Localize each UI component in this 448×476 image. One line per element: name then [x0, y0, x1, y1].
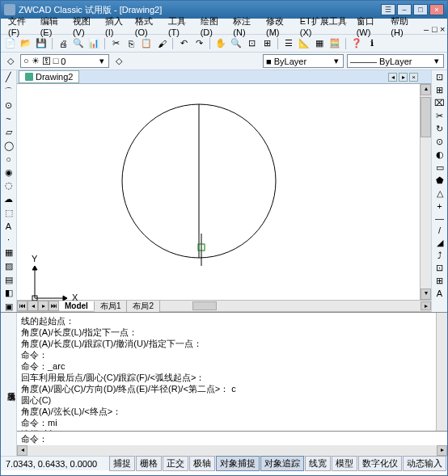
draw-tool-13[interactable]: ▦ — [2, 247, 15, 259]
scroll-thumb[interactable] — [421, 97, 431, 137]
tab-model[interactable]: Model — [59, 301, 95, 310]
copy-icon[interactable]: ⎘ — [125, 37, 137, 50]
modify-tool-17[interactable]: A — [437, 289, 442, 298]
status-数字化仪[interactable]: 数字化仪 — [358, 456, 402, 471]
tab-last-icon[interactable]: ⏭ — [49, 301, 59, 311]
hscroll-thumb[interactable] — [192, 301, 217, 310]
modify-tool-4[interactable]: ↻ — [436, 124, 443, 134]
status-栅格[interactable]: 栅格 — [136, 456, 162, 471]
draw-tool-10[interactable]: ⬚ — [2, 207, 15, 218]
open-icon[interactable]: 📂 — [19, 37, 32, 50]
status-对象捕捉[interactable]: 对象捕捉 — [216, 456, 260, 471]
modify-tool-12[interactable]: / — [438, 225, 441, 235]
hlp2-icon[interactable]: ℹ — [366, 37, 378, 50]
tab-layout1[interactable]: 布局1 — [95, 301, 128, 312]
paste-icon[interactable]: 📋 — [140, 37, 153, 50]
status-捕捉[interactable]: 捕捉 — [109, 456, 135, 471]
menu-modify[interactable]: 修改(M) — [262, 14, 296, 39]
cmd-side-label[interactable]: 显示选项 — [1, 313, 17, 456]
menu-dim[interactable]: 标注(N) — [229, 14, 262, 39]
modify-tool-0[interactable]: ⊡ — [436, 72, 443, 82]
undo-icon[interactable]: ↶ — [177, 37, 190, 50]
status-动态输入[interactable]: 动态输入 — [403, 456, 446, 471]
draw-tool-7[interactable]: ◉ — [2, 167, 15, 179]
zoome-icon[interactable]: ⊞ — [260, 37, 273, 50]
cut-icon[interactable]: ✂ — [109, 37, 122, 50]
coordinates[interactable]: 7.0343, 0.6433, 0.0000 — [1, 459, 109, 469]
draw-tool-9[interactable]: ☁ — [2, 194, 15, 205]
modify-tool-1[interactable]: ⊞ — [436, 85, 443, 95]
dim-icon[interactable]: 📐 — [298, 37, 311, 50]
menu-et[interactable]: ET扩展工具(X) — [296, 14, 353, 39]
hscroll-right-icon[interactable]: ▸ — [437, 445, 447, 456]
draw-tool-0[interactable]: ╱ — [2, 72, 15, 83]
hscroll-left-icon[interactable]: ◂ — [17, 445, 27, 456]
match-icon[interactable]: 🖌 — [155, 37, 168, 50]
menu-tools[interactable]: 工具(T) — [164, 14, 197, 39]
layer-selector[interactable]: ○ ☀ ⚿ □ 0 ▾ — [20, 54, 109, 68]
linetype-selector[interactable]: ——— ByLayer ▾ — [347, 54, 444, 68]
tab-layout2[interactable]: 布局2 — [127, 301, 160, 312]
mdi-close-icon[interactable]: × — [436, 23, 444, 31]
status-正交[interactable]: 正交 — [163, 456, 188, 471]
modify-tool-8[interactable]: ⬟ — [436, 175, 444, 186]
print-icon[interactable]: 🖨 — [57, 37, 70, 50]
draw-tool-3[interactable]: ~ — [2, 113, 15, 124]
modify-tool-15[interactable]: ⊡ — [436, 263, 443, 273]
modify-tool-5[interactable]: ⊙ — [436, 137, 443, 147]
draw-tool-11[interactable]: A — [2, 221, 15, 232]
close-button[interactable]: × — [429, 4, 444, 15]
draw-tool-1[interactable]: ⌒ — [2, 86, 15, 98]
mdi-max-icon[interactable]: □ — [428, 23, 436, 31]
menu-format[interactable]: 格式(O) — [131, 14, 164, 39]
draw-tool-17[interactable]: ▣ — [2, 301, 15, 313]
status-模型[interactable]: 模型 — [332, 456, 357, 471]
drawing-canvas[interactable]: X Y ▴ ▾ — [17, 84, 431, 300]
tab-prev-icon[interactable]: ◂ — [27, 301, 38, 311]
cmd-vscroll[interactable] — [436, 313, 447, 431]
layer-mgr-icon[interactable]: ◇ — [4, 55, 17, 68]
scroll-up-icon[interactable]: ▴ — [421, 84, 431, 95]
tab-left-icon[interactable]: ◂ — [388, 73, 397, 82]
command-history[interactable]: 线的起始点：角度(A)/长度(L)/指定下一点：角度(A)/长度(L)/跟踪(T… — [17, 313, 447, 432]
menu-draw[interactable]: 绘图(D) — [197, 14, 230, 39]
tab-right-icon[interactable]: ▸ — [399, 73, 408, 82]
plot-icon[interactable]: 📊 — [87, 37, 100, 50]
status-线宽[interactable]: 线宽 — [305, 456, 331, 471]
modify-tool-6[interactable]: ◐ — [436, 150, 444, 160]
pan-icon[interactable]: ✋ — [214, 37, 227, 50]
cmd-hscroll[interactable]: ◂ ▸ — [17, 445, 447, 456]
modify-tool-9[interactable]: △ — [437, 188, 443, 199]
draw-tool-15[interactable]: ▤ — [2, 274, 15, 285]
new-icon[interactable]: 📄 — [4, 37, 17, 50]
tab-next-icon[interactable]: ▸ — [38, 301, 49, 311]
status-极轴[interactable]: 极轴 — [189, 456, 215, 471]
zoomw-icon[interactable]: ⊡ — [245, 37, 258, 50]
tab-first-icon[interactable]: ⏮ — [17, 301, 27, 311]
canvas-vscroll[interactable]: ▴ ▾ — [420, 84, 431, 300]
modify-tool-14[interactable]: ⤴ — [437, 251, 442, 260]
doc-tab-active[interactable]: Drawing2 — [19, 70, 79, 83]
menu-edit[interactable]: 编辑(E) — [36, 14, 69, 39]
draw-tool-6[interactable]: ○ — [2, 154, 15, 165]
hscroll-right-icon[interactable]: ▸ — [421, 301, 431, 310]
modify-tool-10[interactable]: + — [437, 201, 442, 211]
mdi-min-icon[interactable]: – — [420, 23, 428, 31]
modify-tool-2[interactable]: ⌧ — [434, 98, 445, 108]
canvas-hscroll[interactable]: ▸ — [160, 301, 431, 310]
save-icon[interactable]: 💾 — [35, 37, 48, 50]
tab-close-icon[interactable]: × — [409, 73, 418, 82]
draw-tool-2[interactable]: ⊙ — [2, 100, 15, 112]
menu-insert[interactable]: 插入(I) — [101, 14, 131, 39]
calc-icon[interactable]: 🧮 — [328, 37, 341, 50]
command-input[interactable]: 命令： — [17, 432, 447, 445]
draw-tool-4[interactable]: ▱ — [2, 127, 15, 138]
preview-icon[interactable]: 🔍 — [72, 37, 85, 50]
draw-tool-14[interactable]: ▨ — [2, 261, 15, 272]
draw-tool-16[interactable]: ◧ — [2, 288, 15, 299]
modify-tool-11[interactable]: — — [435, 213, 444, 223]
status-对象追踪[interactable]: 对象追踪 — [260, 456, 304, 471]
modify-tool-13[interactable]: ◢ — [437, 238, 443, 248]
modify-tool-3[interactable]: ✂ — [436, 111, 443, 121]
layer-prev-icon[interactable]: ◇ — [112, 55, 125, 68]
